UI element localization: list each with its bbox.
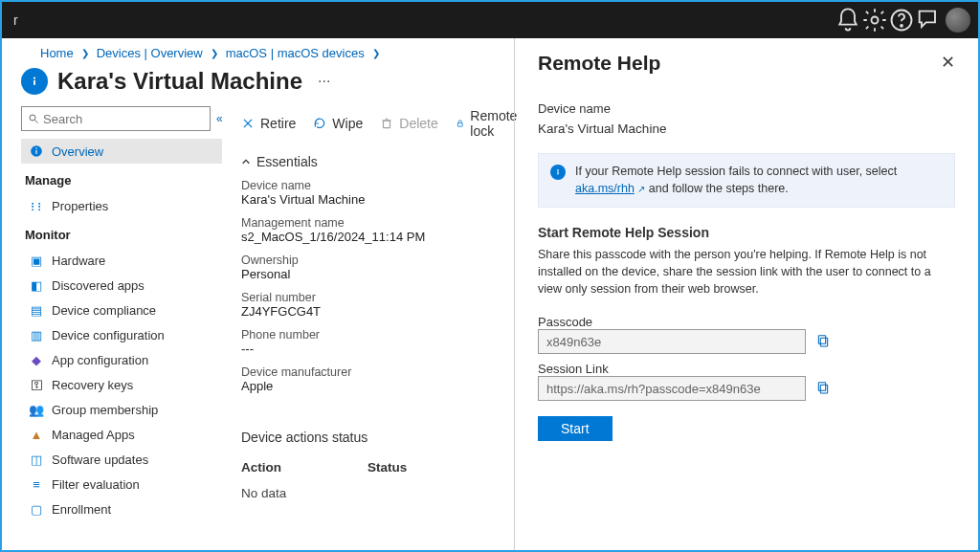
nav-recovery-keys[interactable]: ⚿Recovery keys: [21, 372, 222, 397]
ess-device-name-lbl: Device name: [241, 179, 506, 192]
group-icon: 👥: [29, 402, 44, 417]
nav-label: Discovered apps: [52, 278, 145, 293]
hardware-icon: ▣: [29, 253, 44, 268]
sessionlink-input[interactable]: [538, 376, 806, 401]
alert-link[interactable]: aka.ms/rhh: [575, 182, 635, 195]
copy-passcode-button[interactable]: [815, 333, 831, 351]
nav-properties[interactable]: ⫶⫶ Properties: [21, 193, 222, 218]
breadcrumb-devices[interactable]: Devices | Overview: [97, 46, 203, 60]
nav-label: Recovery keys: [52, 378, 133, 392]
retire-button[interactable]: Retire: [241, 116, 296, 131]
global-topbar: r: [2, 2, 978, 38]
ess-manufacturer: Apple: [241, 379, 506, 393]
ess-phone: ---: [241, 342, 506, 356]
key-icon: ⚿: [29, 377, 44, 392]
enrollment-icon: ▢: [29, 501, 44, 517]
nav-managed-apps[interactable]: ▲Managed Apps: [21, 422, 222, 447]
breadcrumb-home[interactable]: Home: [40, 46, 74, 60]
nav-label: Group membership: [52, 403, 158, 417]
filter-icon: ≡: [29, 476, 44, 492]
essentials-toggle[interactable]: Essentials: [241, 154, 506, 169]
ess-device-name: Kara's Virtual Machine: [241, 192, 506, 207]
nav-app-configuration[interactable]: ◆App configuration: [21, 347, 222, 372]
svg-point-3: [33, 77, 35, 79]
remote-lock-button[interactable]: Remote lock: [456, 108, 522, 139]
nav-overview[interactable]: Overview: [21, 139, 222, 164]
nav-discovered-apps[interactable]: ◧Discovered apps: [21, 273, 222, 298]
search-input[interactable]: [21, 106, 211, 131]
info-icon: [29, 144, 44, 159]
config-icon: ▥: [29, 327, 44, 342]
nav-label: Device compliance: [52, 303, 156, 318]
actions-col-action: Action: [241, 460, 281, 475]
ess-ownership: Personal: [241, 267, 506, 281]
nav-label: Managed Apps: [52, 428, 135, 442]
gear-icon[interactable]: [861, 7, 888, 33]
copy-sessionlink-button[interactable]: [815, 380, 831, 398]
nav-device-configuration[interactable]: ▥Device configuration: [21, 322, 222, 347]
alert-text-pre: If your Remote Help session fails to con…: [575, 165, 897, 178]
panel-device-name-lbl: Device name: [538, 101, 955, 116]
help-icon[interactable]: [888, 7, 915, 33]
nav-hardware[interactable]: ▣Hardware: [21, 248, 222, 273]
actions-col-status: Status: [368, 460, 407, 475]
more-button[interactable]: ···: [312, 73, 336, 90]
panel-section-header: Start Remote Help Session: [538, 225, 955, 240]
managed-apps-icon: ▲: [29, 427, 44, 442]
nav-label: Software updates: [52, 453, 148, 467]
actions-header: Device actions status: [241, 430, 506, 445]
breadcrumb-macos[interactable]: macOS | macOS devices: [226, 46, 365, 60]
passcode-label: Passcode: [538, 315, 955, 329]
sliders-icon: ⫶⫶: [29, 198, 44, 213]
wipe-button[interactable]: Wipe: [313, 116, 363, 131]
delete-label: Delete: [399, 116, 437, 131]
alert-text-post: and follow the steps there.: [649, 182, 789, 195]
nav-label: Hardware: [52, 254, 105, 268]
device-toolbar: Retire Wipe Delete Remote lock: [241, 106, 506, 150]
nav-filter-evaluation[interactable]: ≡Filter evaluation: [21, 472, 222, 497]
essentials-section: Essentials Device nameKara's Virtual Mac…: [241, 150, 506, 407]
nav-label: Device configuration: [52, 328, 165, 342]
panel-section-desc: Share this passcode with the person you'…: [538, 246, 955, 298]
external-link-icon: ↗: [637, 184, 645, 194]
svg-point-16: [557, 169, 559, 171]
chevron-right-icon: ❯: [81, 48, 89, 58]
info-icon: [550, 165, 566, 180]
search-field[interactable]: [43, 112, 204, 126]
close-icon[interactable]: ✕: [941, 52, 955, 73]
device-actions-section: Device actions status Action Status No d…: [241, 430, 506, 500]
svg-rect-17: [557, 171, 558, 174]
svg-rect-19: [818, 336, 825, 344]
ess-phone-lbl: Phone number: [241, 328, 506, 342]
appconfig-icon: ◆: [29, 352, 44, 367]
nav-software-updates[interactable]: ◫Software updates: [21, 447, 222, 472]
nav-header-monitor: Monitor: [21, 218, 222, 248]
svg-rect-12: [384, 121, 390, 128]
side-nav: « Overview Manage ⫶⫶ Properties Monitor: [21, 106, 222, 550]
apps-icon: ◧: [29, 277, 44, 293]
nav-label: App configuration: [52, 353, 148, 367]
avatar[interactable]: [946, 8, 970, 33]
remote-help-panel: Remote Help ✕ Device name Kara's Virtual…: [514, 38, 978, 550]
start-button[interactable]: Start: [538, 416, 612, 441]
ess-serial-lbl: Serial number: [241, 291, 506, 304]
nav-enrollment[interactable]: ▢Enrollment: [21, 497, 222, 521]
svg-rect-15: [457, 123, 462, 127]
collapse-nav-button[interactable]: «: [216, 112, 223, 125]
bell-icon[interactable]: [835, 7, 861, 33]
topbar-left-fragment: r: [10, 12, 18, 28]
feedback-icon[interactable]: [915, 7, 942, 33]
ess-ownership-lbl: Ownership: [241, 254, 506, 267]
nav-label: Overview: [52, 144, 103, 159]
svg-point-0: [872, 17, 879, 24]
chevron-right-icon: ❯: [211, 48, 218, 58]
svg-point-2: [901, 25, 902, 27]
nav-group-membership[interactable]: 👥Group membership: [21, 397, 222, 422]
svg-rect-8: [35, 150, 36, 154]
page-title-bar: Kara's Virtual Machine ···: [21, 60, 514, 106]
svg-rect-21: [818, 383, 825, 391]
page-title: Kara's Virtual Machine: [57, 68, 302, 95]
nav-device-compliance[interactable]: ▤Device compliance: [21, 298, 222, 322]
passcode-input[interactable]: [538, 329, 806, 354]
panel-title: Remote Help: [538, 52, 660, 75]
